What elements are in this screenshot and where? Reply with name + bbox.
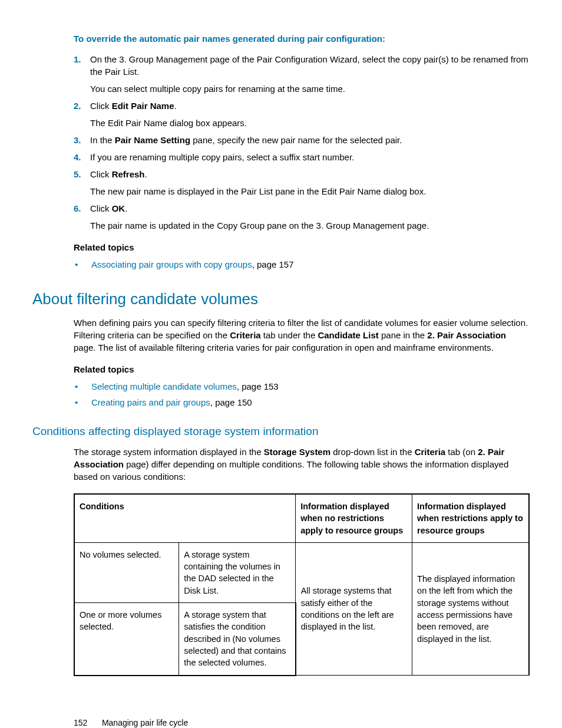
related-topics-list: • Associating pair groups with copy grou… [74, 258, 530, 271]
cell-description: A storage system containing the volumes … [179, 542, 296, 602]
step-text: The Edit Pair Name dialog box appears. [90, 117, 530, 129]
related-page: , page 157 [252, 259, 294, 269]
cell-condition: One or more volumes selected. [74, 603, 179, 676]
cell-restrict: The displayed information on the left fr… [412, 542, 529, 675]
step-text: If you are renaming multiple copy pairs,… [90, 151, 530, 163]
bullet-icon: • [74, 380, 91, 393]
step-text: The new pair name is displayed in the Pa… [90, 185, 530, 197]
conditions-table: Conditions Information displayed when no… [74, 493, 530, 676]
step-2: 2. Click Edit Pair Name. The Edit Pair N… [74, 100, 530, 129]
step-text: In the Pair Name Setting pane, specify t… [90, 134, 530, 146]
related-link[interactable]: Associating pair groups with copy groups [91, 259, 252, 269]
page-number: 152 [74, 717, 100, 728]
step-text: You can select multiple copy pairs for r… [90, 83, 530, 95]
table-row: No volumes selected. A storage system co… [74, 542, 529, 602]
bullet-icon: • [74, 258, 91, 271]
cell-condition: No volumes selected. [74, 542, 179, 602]
step-number: 3. [74, 134, 90, 146]
col-header-conditions: Conditions [74, 494, 296, 542]
col-header-restrict: Information displayed when restrictions … [412, 494, 529, 542]
col-header-norestrict: Information displayed when no restrictio… [296, 494, 412, 542]
step-1: 1. On the 3. Group Management page of th… [74, 53, 530, 95]
step-number: 6. [74, 202, 90, 232]
step-text: Click Refresh. [90, 168, 530, 180]
override-heading: To override the automatic pair names gen… [74, 32, 530, 45]
step-text: The pair name is updated in the Copy Gro… [90, 219, 530, 232]
step-number: 1. [74, 53, 90, 95]
section-paragraph: The storage system information displayed… [74, 446, 530, 483]
page-footer: 152 Managing pair life cycle [74, 717, 530, 728]
related-page: , page 150 [210, 397, 252, 407]
related-link[interactable]: Selecting multiple candidate volumes [91, 381, 237, 391]
footer-title: Managing pair life cycle [102, 718, 188, 727]
step-number: 4. [74, 151, 90, 163]
list-item: • Selecting multiple candidate volumes, … [74, 380, 530, 393]
step-3: 3. In the Pair Name Setting pane, specif… [74, 134, 530, 146]
step-text: On the 3. Group Management page of the P… [90, 53, 530, 78]
subsection-heading-conditions: Conditions affecting displayed storage s… [32, 424, 530, 440]
bullet-icon: • [74, 396, 91, 409]
step-5: 5. Click Refresh. The new pair name is d… [74, 168, 530, 197]
list-item: • Associating pair groups with copy grou… [74, 258, 530, 271]
step-text: Click Edit Pair Name. [90, 100, 530, 112]
step-number: 5. [74, 168, 90, 197]
step-6: 6. Click OK. The pair name is updated in… [74, 202, 530, 232]
section-paragraph: When defining pairs you can specify filt… [74, 317, 530, 354]
cell-description: A storage system that satisfies the cond… [179, 603, 296, 676]
cell-norestrict: All storage systems that satisfy either … [296, 542, 412, 675]
related-page: , page 153 [237, 381, 279, 391]
related-topics-heading: Related topics [74, 241, 530, 253]
related-topics-list: • Selecting multiple candidate volumes, … [74, 380, 530, 409]
related-link[interactable]: Creating pairs and pair groups [91, 397, 210, 407]
step-4: 4. If you are renaming multiple copy pai… [74, 151, 530, 163]
step-text: Click OK. [90, 202, 530, 215]
override-steps: 1. On the 3. Group Management page of th… [74, 53, 530, 232]
related-topics-heading: Related topics [74, 363, 530, 375]
section-heading-about-filtering: About filtering candidate volumes [32, 288, 530, 309]
step-number: 2. [74, 100, 90, 129]
list-item: • Creating pairs and pair groups, page 1… [74, 396, 530, 409]
